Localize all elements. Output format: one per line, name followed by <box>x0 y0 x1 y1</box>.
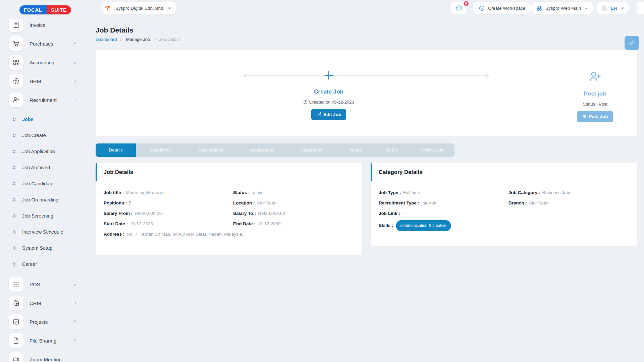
workspace-selector[interactable]: Syspro Digital Sdn. Bhd. <box>101 2 176 14</box>
job-tabs: Details Questions Descriptions Applicati… <box>96 143 454 157</box>
breadcrumb-current: Job Details <box>159 37 180 42</box>
brand-header: FOCAL SUITE <box>0 0 87 19</box>
field-job-title: Job title :Marketing Manager <box>104 189 233 196</box>
workspace-name: Syspro Digital Sdn. Bhd. <box>115 6 164 11</box>
field-skills: Skills :communication & creative <box>379 220 629 231</box>
tab-descriptions[interactable]: Descriptions <box>185 143 237 157</box>
job-workflow-card: Create Job Created on 06-12-2023 Edit Jo… <box>96 50 637 136</box>
create-workspace-button[interactable]: Create Workspace <box>473 2 531 14</box>
sidebar-item-job-candidate[interactable]: Job Candidate <box>0 176 87 192</box>
file-icon <box>9 333 23 348</box>
post-job-title: Post job <box>584 90 606 97</box>
workspace-logo-icon <box>102 3 112 13</box>
field-job-category: Job Category :Business Jobs <box>508 189 629 196</box>
job-details-card: Job Details Job title :Marketing Manager… <box>96 163 362 255</box>
sidebar-item-label: Invoice <box>30 22 46 28</box>
sidebar-item-purchases[interactable]: Purchases <box>0 34 87 53</box>
sidebar-item-label: HRM <box>30 78 41 84</box>
sidebar-item-crm[interactable]: CRM <box>0 294 87 312</box>
sidebar-item-label: Accounting <box>30 60 54 65</box>
breadcrumb-manage-job[interactable]: Manage Job <box>126 37 150 42</box>
page-title: Job Details <box>96 26 133 34</box>
sidebar-item-label: POS <box>30 282 40 287</box>
tab-todo[interactable]: To Do <box>374 143 410 157</box>
sidebar-item-file-sharing[interactable]: File Sharing <box>0 331 87 350</box>
sidebar-item-label: File Sharing <box>30 338 56 344</box>
tab-details[interactable]: Details <box>96 143 136 157</box>
category-details-fields: Job Type :Full time Job Category :Busine… <box>371 181 637 240</box>
breadcrumb-separator: > <box>153 37 156 42</box>
sidebar-item-job-application[interactable]: Job Application <box>0 143 87 160</box>
bullet-icon <box>12 117 17 122</box>
chevron-down-icon <box>167 6 172 10</box>
crm-icon <box>9 296 23 310</box>
logo-suite: SUITE <box>47 5 71 14</box>
tab-attachment[interactable]: Attachment <box>287 143 337 157</box>
messages-button[interactable]: 0 <box>451 2 467 14</box>
tab-activity-log[interactable]: Activity Log <box>410 143 454 157</box>
sidebar-item-job-archived[interactable]: Job Archived <box>0 160 87 176</box>
sidebar-item-system-setup[interactable]: System Setup <box>0 240 87 256</box>
chevron-down-icon <box>584 6 588 10</box>
clock-icon <box>303 100 308 104</box>
sidebar-item-jobs[interactable]: Jobs <box>0 111 87 127</box>
sidebar-item-job-onboarding[interactable]: Job On-boarding <box>0 192 87 208</box>
sidebar-item-career[interactable]: Career <box>0 256 87 272</box>
chevron-down-icon <box>73 98 77 102</box>
sidebar-item-pos[interactable]: POS <box>0 275 87 294</box>
field-location: Location :Alor Setar <box>233 199 354 206</box>
tab-notes[interactable]: Notes <box>337 143 374 157</box>
chevron-right-icon <box>73 320 77 324</box>
edit-page-button[interactable] <box>625 36 639 50</box>
sidebar-menu: Invoice Purchases Accounting HRM <box>0 15 87 362</box>
field-salary-to: Salary To :RM30,000.00 <box>233 210 354 217</box>
chevron-right-icon <box>73 339 77 343</box>
clipped-button[interactable] <box>637 2 644 14</box>
focal-suite-logo[interactable]: FOCAL SUITE <box>19 5 71 14</box>
tab-questions[interactable]: Questions <box>136 143 185 157</box>
workspace-menu-selector[interactable]: Syspro Web Main <box>531 2 593 14</box>
sidebar-item-job-create[interactable]: Job Create <box>0 127 87 143</box>
pencil-square-icon <box>316 112 321 117</box>
hrm-icon <box>9 74 23 88</box>
workspace-menu-label: Syspro Web Main <box>545 6 581 11</box>
sidebar-item-accounting[interactable]: Accounting <box>0 53 87 72</box>
sidebar-item-job-screening[interactable]: Job Screening <box>0 208 87 224</box>
pos-grid-icon <box>9 277 23 292</box>
category-details-card: Category Details Job Type :Full time Job… <box>371 163 637 246</box>
cart-icon <box>9 36 23 51</box>
breadcrumb-dashboard[interactable]: Dashboard <box>96 37 117 42</box>
person-plus-icon <box>588 70 602 83</box>
field-positions: Positions :5 <box>104 199 233 206</box>
bullet-icon <box>12 214 17 218</box>
field-branch: Branch :Alor Setar <box>508 199 629 206</box>
post-job-button[interactable]: Post Job <box>577 111 613 122</box>
recruitment-icon <box>9 93 23 107</box>
chat-count-badge: 0 <box>463 0 469 7</box>
sidebar-item-zoom-meeting[interactable]: Zoom Meeting <box>0 350 87 362</box>
logo-focal: FOCAL <box>19 5 47 14</box>
sidebar-item-interview-schedule[interactable]: Interview Schedule <box>0 224 87 240</box>
sidebar-item-label: Projects <box>30 319 48 325</box>
language-selector[interactable]: EN <box>596 2 629 14</box>
chevron-right-icon <box>73 301 77 305</box>
field-status: Status :active <box>233 189 354 196</box>
field-job-type: Job Type :Full time <box>379 189 508 196</box>
sidebar-item-recruitment[interactable]: Recruitment <box>0 90 87 109</box>
sidebar-item-hrm[interactable]: HRM <box>0 72 87 90</box>
field-end-date: End Date :10-12-2030 <box>233 220 354 227</box>
chevron-right-icon <box>73 282 77 286</box>
breadcrumb-separator: > <box>120 37 123 42</box>
tab-applications[interactable]: Applications <box>237 143 287 157</box>
field-address: Address :No. 7, Taman Sri Mas, 84000 Alo… <box>104 231 354 238</box>
sidebar-item-label: Zoom Meeting <box>30 357 62 362</box>
edit-job-button[interactable]: Edit Job <box>311 109 346 120</box>
pencil-icon <box>629 40 635 46</box>
chat-bubble-icon <box>455 4 463 12</box>
field-recruitment-type: Recruitment Type :internal <box>379 199 508 206</box>
skill-badge: communication & creative <box>396 220 451 231</box>
field-job-link: Job Link :- <box>379 210 629 217</box>
globe-icon <box>601 5 608 11</box>
send-icon <box>582 114 587 119</box>
sidebar-item-projects[interactable]: Projects <box>0 312 87 331</box>
